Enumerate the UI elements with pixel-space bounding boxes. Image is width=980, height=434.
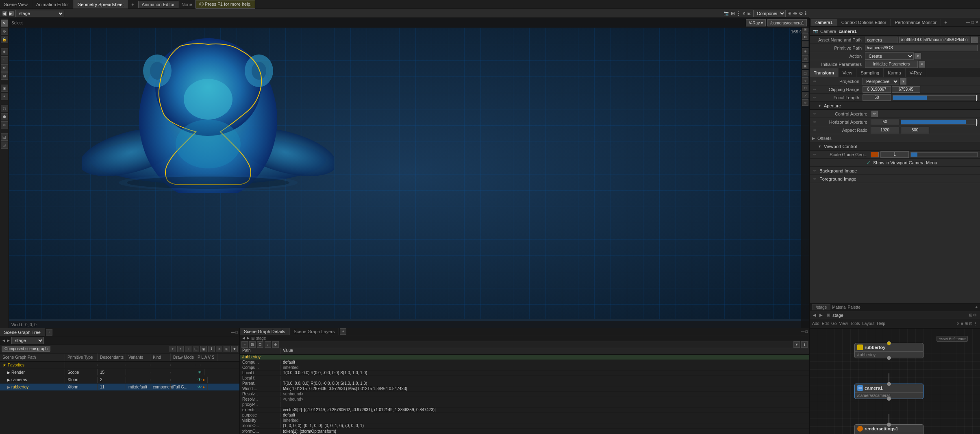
sg-d-row-6[interactable]: Resolv... <unbound>	[240, 392, 809, 397]
sg-details-nav-prev[interactable]: ◀	[242, 336, 245, 340]
sg-btn-1[interactable]: +	[169, 346, 176, 352]
sg-row-favorites[interactable]: ★Favorites	[0, 362, 239, 369]
node-toolbar-go[interactable]: Go	[831, 321, 837, 326]
toolbar-icon-2[interactable]: ▶	[9, 11, 14, 16]
sg-d-btn-1[interactable]: ≡	[241, 341, 248, 348]
tool-13[interactable]: ◱	[1, 133, 8, 141]
clipping-near-input[interactable]	[863, 86, 891, 93]
bg-image-pencil[interactable]: ✏	[812, 168, 818, 174]
aspect-left-input[interactable]	[871, 127, 899, 133]
sg-d-row-4[interactable]: Parent... T(0.0, 0.0, 0.0) R(0.0, -0.0, …	[240, 381, 809, 386]
node-list-view[interactable]: ≡	[961, 321, 963, 326]
node-toolbar-tools[interactable]: Tools	[850, 321, 860, 326]
tool-8[interactable]: ◉	[1, 85, 8, 92]
rp-tab-perf[interactable]: Performance Monitor	[891, 19, 941, 26]
tool-10[interactable]: ⬡	[1, 105, 8, 112]
viewport-control-header[interactable]: Viewport Control	[810, 142, 980, 150]
asset-path-browse[interactable]: …	[971, 37, 978, 43]
tool-select[interactable]: ↖	[1, 20, 8, 27]
node-toolbar-edit[interactable]: Edit	[822, 321, 829, 326]
horiz-aper-slider[interactable]	[901, 120, 978, 124]
vp-icon-11[interactable]: ⍻	[802, 92, 808, 98]
sg-row-cameras[interactable]: ▶cameras Xform 2 👁 ●	[0, 376, 239, 384]
vray-btn[interactable]: V-Ray ▾	[746, 19, 766, 26]
stage-options[interactable]: ⚙	[973, 313, 977, 317]
tool-5[interactable]: ↔	[1, 56, 8, 63]
vp-icon-5[interactable]: ⊕	[802, 48, 808, 55]
sg-nav-next[interactable]: ▶	[7, 338, 10, 342]
tab-geometry-spreadsheet[interactable]: Geometry Spreadsheet	[74, 0, 128, 9]
node-grid-view[interactable]: ⊞	[965, 321, 968, 326]
sg-maximize[interactable]: □	[236, 330, 238, 334]
tool-12[interactable]: ⎋	[1, 121, 8, 129]
toolbar-icon-info[interactable]: ℹ	[805, 11, 807, 16]
toolbar-icon-snap[interactable]: ⊕	[793, 11, 797, 16]
aperture-section-header[interactable]: Aperture	[810, 102, 980, 110]
kind-dropdown[interactable]: Component	[753, 10, 786, 17]
node-extra[interactable]: ⋮	[973, 321, 978, 326]
focal-pencil[interactable]: ✏	[812, 95, 818, 100]
aspect-pencil[interactable]: ✏	[812, 127, 818, 133]
sg-d-row-3[interactable]: Local f...	[240, 376, 809, 381]
tool-3[interactable]: 🔒	[1, 36, 8, 43]
sg-composed-btn[interactable]: Composed scene graph	[2, 346, 50, 352]
sg-d-row-1[interactable]: Compu... inherited	[240, 365, 809, 371]
scale-guide-swatch[interactable]	[871, 152, 879, 157]
node-graph-canvas[interactable]: Asset Reference rubbertoy /rubbertoy	[810, 329, 980, 434]
sg-btn-7[interactable]: ⎆	[216, 346, 222, 352]
sg-btn-6[interactable]: ℹ	[208, 346, 215, 352]
node-camera1[interactable]: camera1 /cameras/camera1	[854, 384, 924, 399]
tool-7[interactable]: ⊞	[1, 72, 8, 80]
vp-icon-9[interactable]: ⎆	[802, 77, 808, 84]
asset-path-input[interactable]	[899, 37, 969, 43]
tab-scene-view[interactable]: Scene View	[0, 0, 32, 9]
sg-filter-btn[interactable]: ▼	[231, 346, 238, 352]
sg-minimize[interactable]: —	[231, 330, 235, 334]
toolbar-icon-view[interactable]: ⊞	[787, 11, 791, 16]
ctrl-aper-icon[interactable]: ✏	[871, 111, 878, 117]
sg-d-btn-2[interactable]: ⊞	[249, 341, 256, 348]
sg-btn-5[interactable]: ◉	[200, 346, 207, 352]
sg-details-minimize[interactable]: —	[801, 329, 805, 334]
tab-add-button[interactable]: +	[128, 1, 137, 8]
toolbar-icon-dots[interactable]: ⋮	[736, 11, 741, 16]
action-options[interactable]: ▾	[915, 53, 921, 59]
tool-11[interactable]: ⬢	[1, 113, 8, 120]
rp-maximize[interactable]: □	[971, 20, 974, 24]
material-palette-tab[interactable]: Material Palette	[832, 305, 860, 310]
projection-select[interactable]: Perspective	[863, 78, 899, 85]
scale-guide-pencil[interactable]: ✏	[812, 152, 818, 157]
sg-tree-tab[interactable]: Scene Graph Tree	[0, 328, 45, 336]
sg-row-render[interactable]: ▶Render Scope 15 👁	[0, 369, 239, 376]
horiz-aper-pencil[interactable]: ✏	[812, 119, 818, 125]
node-toolbar-help[interactable]: Help	[877, 321, 885, 326]
node-rendersettings[interactable]: rendersettings1 /Render/rendersettings1	[854, 424, 924, 434]
sg-details-root[interactable]: /rubbertoy	[240, 355, 809, 360]
sg-d-info[interactable]: ℹ	[801, 341, 808, 348]
tab-karma[interactable]: Karma	[884, 68, 905, 77]
node-network-view[interactable]: ⊡	[969, 321, 972, 326]
tool-14[interactable]: ⊿	[1, 142, 8, 149]
tool-6[interactable]: ↺	[1, 64, 8, 72]
camera-path-btn[interactable]: /cameras/camera1	[767, 19, 807, 26]
prim-path-input[interactable]	[865, 45, 978, 51]
offsets-row[interactable]: Offsets	[810, 134, 980, 142]
tab-transform[interactable]: Transform	[810, 68, 839, 77]
rp-tab-camera[interactable]: camera1	[811, 19, 837, 26]
sg-d-row-9[interactable]: extents... vector3f[2]: [(-1.012149, -0.…	[240, 408, 809, 413]
sg-btn-8[interactable]: ⊞	[224, 346, 230, 352]
tab-animation-editor[interactable]: Animation Editor	[32, 0, 74, 9]
tool-2[interactable]: ⊙	[1, 28, 8, 35]
stage-next-btn[interactable]: ▶	[819, 313, 823, 317]
toolbar-icon-settings[interactable]: ⚙	[799, 11, 803, 16]
sg-d-row-2[interactable]: Local t... T(0.0, 0.0, 0.0) R(0.0, -0.0,…	[240, 371, 809, 376]
init-params-options[interactable]: ▾	[919, 61, 925, 68]
sg-nav-prev[interactable]: ◀	[2, 338, 5, 342]
toolbar-icon-grid[interactable]: ⊞	[731, 11, 735, 16]
sg-details-nav-next[interactable]: ▶	[247, 336, 250, 340]
vp-icon-12[interactable]: ⎋	[802, 99, 808, 106]
sg-d-row-7[interactable]: Resolv... <unbound>	[240, 397, 809, 402]
stage-prev-btn[interactable]: ◀	[813, 313, 816, 317]
init-params-btn[interactable]: Initialize Parameters	[865, 61, 918, 68]
tab-sampling[interactable]: Sampling	[856, 68, 884, 77]
